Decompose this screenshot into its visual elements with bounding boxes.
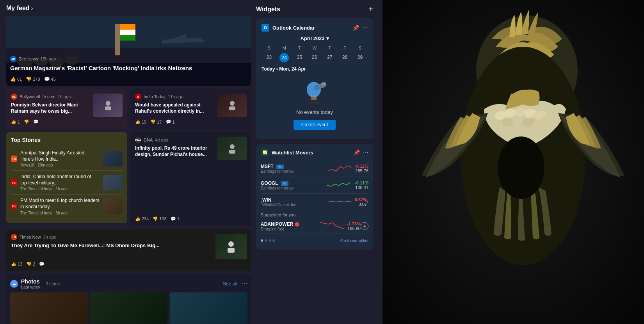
boll-dislike-icon: 👎: [24, 119, 29, 124]
adani-price: 195.80: [347, 226, 361, 231]
googl-price: 105.41: [354, 185, 368, 190]
like-action[interactable]: 👍 61: [10, 76, 22, 82]
story-item-2[interactable]: TOI India, China hold another round of t…: [11, 171, 123, 195]
large-card-content: ZN Zee News 15h ago German Magazine's 'R…: [10, 56, 192, 82]
tn-like[interactable]: 👍 13: [11, 262, 22, 267]
photos-icon: ☁: [10, 280, 18, 288]
see-all-button[interactable]: See all: [223, 281, 237, 287]
svg-rect-10: [120, 35, 135, 41]
googl-chart: [327, 179, 350, 191]
story-1-thumb: [103, 151, 123, 166]
dislike-action[interactable]: 👎 278: [26, 76, 40, 82]
cal-day-m: M: [277, 44, 292, 51]
photo-2[interactable]: [90, 292, 168, 324]
calendar-dropdown-icon[interactable]: ▾: [326, 35, 329, 41]
boll-comment[interactable]: 💬: [33, 119, 39, 124]
create-event-button[interactable]: Create event: [294, 120, 336, 130]
it-dislike[interactable]: 👎 17: [150, 119, 162, 124]
story-3-title: PM Modi to meet 8 top church leaders in …: [20, 198, 100, 210]
photo-1[interactable]: [10, 292, 88, 324]
boll-dislike[interactable]: 👎: [24, 119, 29, 124]
svg-point-28: [308, 101, 319, 104]
dna-dislike[interactable]: 👎 133: [153, 216, 166, 221]
calendar-pin-button[interactable]: 📌: [352, 25, 359, 31]
cal-28[interactable]: 28: [337, 53, 352, 62]
boll-like[interactable]: 👍 1: [11, 119, 20, 124]
cal-25[interactable]: 25: [292, 53, 307, 62]
photo-3[interactable]: [170, 292, 247, 324]
bollywood-card[interactable]: BL BollywoodLife.com 1h ago Ponniyin Sel…: [6, 89, 127, 129]
googl-sub: Earnings tomorrow: [261, 186, 324, 190]
adani-sub: Dropping fast: [261, 227, 317, 231]
svg-rect-9: [120, 30, 135, 35]
it-like[interactable]: 👍 15: [135, 119, 146, 124]
feed-title[interactable]: My feed: [6, 5, 30, 12]
dna-comment-icon: 💬: [171, 216, 176, 221]
calendar-more-button[interactable]: ⋯: [362, 25, 368, 31]
boll-comment-icon: 💬: [33, 119, 39, 124]
tn-comment[interactable]: 💬: [39, 262, 44, 267]
top-stories-header: Top Stories: [11, 137, 123, 143]
today-label: Today • Mon, 24 Apr: [262, 66, 368, 72]
win-row[interactable]: WIN Windfall Geotek Inc 6.67% 0.07: [262, 194, 367, 210]
svg-point-13: [106, 101, 110, 106]
toi-logo-1: TOI: [11, 179, 17, 186]
story-1-source: News18 · 20m ago: [20, 163, 100, 167]
add-adani-button[interactable]: +: [361, 222, 368, 230]
story-2-title: India, China hold another round of top-l…: [20, 174, 100, 186]
adani-row[interactable]: ADANIPOWER 🔴 Dropping fast -1.73% 195.80…: [261, 219, 368, 234]
msft-row[interactable]: MSFT 🔷 Earnings tomorrow -0.12% 285.76: [261, 160, 368, 177]
cal-23[interactable]: 23: [262, 53, 277, 62]
calendar-widget: O Outlook Calendar 📌 ⋯ April 2023 ▾ S: [256, 18, 373, 139]
msft-price: 285.76: [355, 168, 368, 173]
go-to-watchlist-button[interactable]: Go to watchlist: [275, 238, 368, 243]
like-icon: 👍: [10, 76, 16, 82]
story-item-3[interactable]: TOI PM Modi to meet 8 top church leaders…: [11, 195, 123, 218]
cal-26[interactable]: 26: [307, 53, 322, 62]
add-widget-button[interactable]: +: [368, 5, 373, 14]
dna-comment[interactable]: 💬 1: [171, 216, 180, 221]
watchlist-title: Watchlist Movers: [272, 150, 313, 156]
it-comment-icon: 💬: [166, 119, 171, 124]
it-title: Would have appealed against Rahul's conv…: [135, 102, 214, 114]
photos-more-button[interactable]: ⋯: [241, 280, 247, 287]
story-3-thumb: [103, 198, 123, 214]
win-price-info: 6.67% 0.07: [355, 197, 367, 207]
feed-chevron-icon: ›: [31, 5, 33, 12]
svg-rect-18: [229, 150, 235, 154]
watchlist-next-button[interactable]: ›: [367, 199, 368, 205]
cal-29[interactable]: 29: [352, 53, 368, 62]
svg-point-24: [314, 85, 320, 90]
bollywood-source: BollywoodLife.com: [20, 94, 55, 99]
story-item-1[interactable]: N18 Amritpal Singh Finally Arrested, Her…: [11, 147, 123, 171]
comment-action[interactable]: 💬 45: [44, 76, 56, 82]
large-news-card[interactable]: ZN Zee News 15h ago German Magazine's 'R…: [6, 16, 251, 86]
dna-card[interactable]: DNA DNA 4d ago Infinity pool, Rs 49 cror…: [130, 132, 251, 226]
cal-day-t2: T: [322, 44, 337, 51]
watchlist-pin-button[interactable]: 📌: [353, 149, 360, 156]
comment-icon: 💬: [44, 76, 50, 82]
times-now-card[interactable]: TN Times Now 3h ago They Are Trying To G…: [6, 229, 251, 271]
tn-dislike[interactable]: 👎 2: [26, 262, 35, 267]
watchlist-more-button[interactable]: ⋯: [363, 149, 368, 156]
dna-like[interactable]: 👍 234: [135, 216, 149, 221]
story-1-title: Amritpal Singh Finally Arrested, Here's …: [20, 150, 100, 162]
india-today-card[interactable]: IT India Today 11h ago Would have appeal…: [130, 89, 251, 129]
cal-day-s2: S: [352, 44, 368, 51]
win-ticker: WIN: [262, 197, 325, 203]
tn-source: Times Now: [20, 235, 41, 239]
cal-27[interactable]: 27: [322, 53, 337, 62]
toi-logo-2: TOI: [11, 203, 17, 209]
large-card-source: Zee News: [19, 57, 38, 61]
dna-logo: DNA: [135, 137, 141, 143]
tn-title: They Are Trying To Give Me Farewell...: …: [11, 243, 212, 249]
adani-alert-icon: 🔴: [295, 222, 299, 227]
msft-change: -0.12%: [355, 164, 368, 168]
it-comment[interactable]: 💬 1: [166, 119, 175, 124]
googl-price-info: +0.11% 105.41: [354, 181, 368, 190]
photos-subtitle: Last week: [21, 285, 41, 289]
cal-24-today[interactable]: 24: [279, 53, 289, 62]
calendar-month: April 2023 ▾: [262, 35, 368, 41]
googl-row[interactable]: GOOGL 🔷 Earnings tomorrow +0.11% 105.41: [261, 177, 368, 194]
tn-thumb: [215, 234, 247, 259]
